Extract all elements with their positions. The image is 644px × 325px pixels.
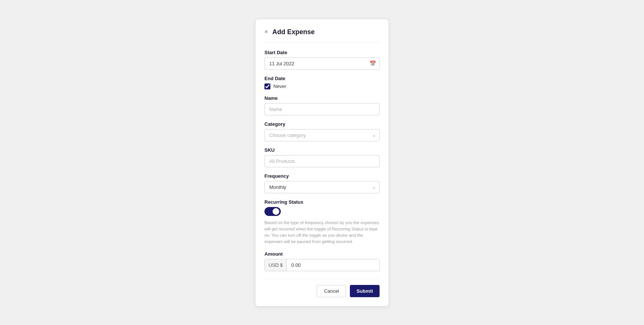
recurring-status-label: Recurring Status xyxy=(264,199,380,205)
submit-button[interactable]: Submit xyxy=(350,285,380,297)
toggle-thumb xyxy=(273,208,279,215)
category-group: Category Choose category Products Servic… xyxy=(264,121,380,141)
never-label[interactable]: Never xyxy=(273,83,286,89)
cancel-button[interactable]: Cancel xyxy=(317,285,346,297)
modal-container: × Add Expense Start Date 📅 End Date Neve… xyxy=(255,19,389,306)
modal-footer: Cancel Submit xyxy=(264,279,380,297)
recurring-status-toggle[interactable] xyxy=(264,207,281,216)
modal-backdrop: × Add Expense Start Date 📅 End Date Neve… xyxy=(0,0,644,325)
frequency-label: Frequency xyxy=(264,173,380,179)
modal-header: × Add Expense xyxy=(264,28,380,42)
sku-group: SKU xyxy=(264,147,380,167)
amount-wrapper: USD $ xyxy=(264,259,380,271)
amount-input[interactable] xyxy=(287,259,379,271)
frequency-select[interactable]: Daily Weekly Monthly Yearly xyxy=(264,181,380,193)
amount-prefix: USD $ xyxy=(265,259,287,271)
start-date-group: Start Date 📅 xyxy=(264,50,380,70)
start-date-input-wrapper: 📅 xyxy=(264,58,380,70)
recurring-status-group: Recurring Status Based on the type of fr… xyxy=(264,199,380,245)
never-checkbox[interactable] xyxy=(264,83,270,89)
category-label: Category xyxy=(264,121,380,127)
category-select[interactable]: Choose category Products Services Other xyxy=(264,129,380,141)
name-group: Name xyxy=(264,95,380,115)
frequency-group: Frequency Daily Weekly Monthly Yearly ⌄ xyxy=(264,173,380,193)
helper-text: Based on the type of frequency chosen by… xyxy=(264,220,380,245)
close-icon[interactable]: × xyxy=(264,29,268,35)
never-checkbox-row: Never xyxy=(264,83,380,89)
amount-label: Amount xyxy=(264,251,380,257)
sku-input[interactable] xyxy=(264,155,380,167)
end-date-label: End Date xyxy=(264,76,380,81)
start-date-label: Start Date xyxy=(264,50,380,55)
toggle-wrapper xyxy=(264,207,380,216)
modal-title: Add Expense xyxy=(272,28,315,36)
amount-group: Amount USD $ xyxy=(264,251,380,271)
name-input[interactable] xyxy=(264,103,380,115)
name-label: Name xyxy=(264,95,380,101)
end-date-group: End Date Never xyxy=(264,76,380,89)
sku-label: SKU xyxy=(264,147,380,153)
category-select-wrapper: Choose category Products Services Other … xyxy=(264,129,380,141)
start-date-input[interactable] xyxy=(264,58,380,70)
frequency-select-wrapper: Daily Weekly Monthly Yearly ⌄ xyxy=(264,181,380,193)
